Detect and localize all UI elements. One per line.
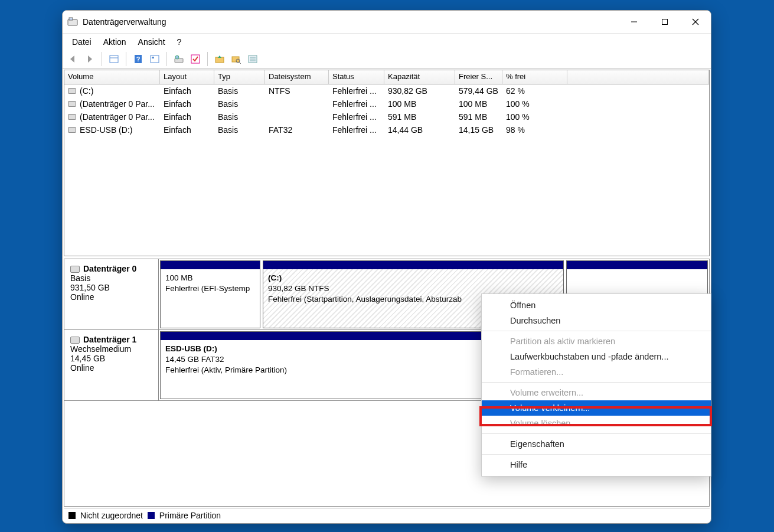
- svg-rect-6: [110, 56, 118, 63]
- disk-info[interactable]: Datenträger 0 Basis 931,50 GB Online: [64, 259, 159, 329]
- legend-unallocated: Nicht zugeordnet: [80, 511, 143, 520]
- menu-item[interactable]: Eigenschaften: [482, 436, 711, 452]
- menu-item: Volume erweitern...: [482, 385, 711, 400]
- menu-ansicht[interactable]: Ansicht: [132, 36, 171, 48]
- col-volume[interactable]: Volume: [64, 70, 160, 84]
- table-row[interactable]: (Datenträger 0 Par...EinfachBasisFehlerf…: [64, 97, 709, 110]
- menu-help[interactable]: ?: [171, 36, 188, 48]
- context-menu: ÖffnenDurchsuchenPartition als aktiv mar…: [481, 293, 711, 476]
- refresh-icon[interactable]: [107, 52, 121, 66]
- disk-icon: [70, 337, 80, 344]
- app-icon: [67, 17, 78, 27]
- disk-icon: [70, 266, 80, 273]
- menu-item[interactable]: Laufwerkbuchstaben und -pfade ändern...: [482, 349, 711, 364]
- volume-list: Volume Layout Typ Dateisystem Status Kap…: [64, 70, 710, 256]
- titlebar: Datenträgerverwaltung: [63, 11, 711, 33]
- svg-rect-10: [151, 56, 159, 63]
- legend-swatch-unallocated: [68, 512, 76, 519]
- svg-rect-3: [662, 19, 668, 25]
- minimize-button[interactable]: [619, 11, 649, 33]
- svg-rect-15: [215, 57, 224, 63]
- partition[interactable]: 100 MB Fehlerfrei (EFI-Systemp: [160, 260, 260, 328]
- menu-separator: [482, 433, 711, 434]
- table-row[interactable]: (C:)EinfachBasisNTFSFehlerfrei ...930,82…: [64, 84, 709, 97]
- volume-list-header: Volume Layout Typ Dateisystem Status Kap…: [64, 70, 709, 84]
- menu-separator: [482, 382, 711, 383]
- legend-swatch-primary: [148, 512, 155, 519]
- menu-aktion[interactable]: Aktion: [97, 36, 132, 48]
- legend: Nicht zugeordnet Primäre Partition: [64, 508, 710, 522]
- menu-separator: [482, 331, 711, 331]
- action-icon[interactable]: [172, 52, 186, 66]
- toolbar: ?: [63, 50, 711, 68]
- col-capacity[interactable]: Kapazität: [384, 70, 455, 84]
- col-filesystem[interactable]: Dateisystem: [265, 70, 329, 84]
- volume-icon: [68, 88, 76, 94]
- close-button[interactable]: [680, 11, 711, 33]
- maximize-button[interactable]: [649, 11, 680, 33]
- legend-primary: Primäre Partition: [159, 511, 221, 520]
- col-layout[interactable]: Layout: [160, 70, 214, 84]
- col-status[interactable]: Status: [329, 70, 384, 84]
- forward-button[interactable]: [83, 52, 97, 66]
- menu-item[interactable]: Öffnen: [482, 298, 711, 313]
- menu-item: Formatieren...: [482, 364, 711, 380]
- table-row[interactable]: (Datenträger 0 Par...EinfachBasisFehlerf…: [64, 110, 709, 123]
- svg-rect-11: [152, 57, 154, 58]
- check-icon[interactable]: [188, 52, 203, 66]
- col-free[interactable]: Freier S...: [455, 70, 502, 84]
- col-type[interactable]: Typ: [214, 70, 265, 84]
- svg-text:?: ?: [136, 56, 141, 63]
- search-folder-icon[interactable]: [229, 52, 243, 66]
- menu-item[interactable]: Hilfe: [482, 457, 711, 472]
- svg-rect-1: [69, 18, 73, 20]
- list-icon[interactable]: [246, 52, 260, 66]
- menu-item[interactable]: Durchsuchen: [482, 313, 711, 328]
- svg-line-18: [239, 62, 241, 64]
- menubar: Datei Aktion Ansicht ?: [63, 33, 711, 50]
- volume-icon: [68, 114, 76, 120]
- volume-icon: [68, 127, 76, 133]
- volume-icon: [68, 101, 76, 107]
- svg-rect-12: [175, 58, 183, 63]
- col-pctfree[interactable]: % frei: [502, 70, 567, 84]
- help-icon[interactable]: ?: [131, 52, 145, 66]
- folder-up-icon[interactable]: [213, 52, 227, 66]
- svg-point-13: [175, 56, 179, 59]
- back-button[interactable]: [66, 52, 80, 66]
- disk-info[interactable]: Datenträger 1 Wechselmedium 14,45 GB Onl…: [64, 330, 159, 400]
- properties-icon[interactable]: [148, 52, 162, 66]
- menu-item: Partition als aktiv markieren: [482, 334, 711, 349]
- table-row[interactable]: ESD-USB (D:)EinfachBasisFAT32Fehlerfrei …: [64, 123, 709, 136]
- menu-item: Volume löschen...: [482, 416, 711, 431]
- menu-separator: [482, 454, 711, 455]
- menu-item[interactable]: Volume verkleinern...: [482, 400, 711, 416]
- menu-datei[interactable]: Datei: [66, 36, 97, 48]
- window-title: Datenträgerverwaltung: [83, 17, 619, 27]
